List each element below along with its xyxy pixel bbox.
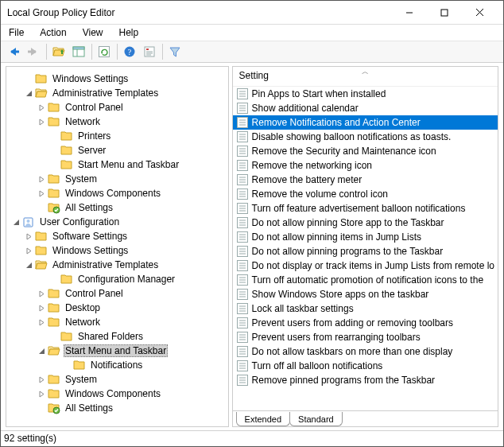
tree-label: Windows Components [64,188,162,199]
tree-node[interactable]: System [10,172,225,186]
setting-row[interactable]: Do not allow taskbars on more than one d… [233,344,498,359]
setting-row[interactable]: Do not allow pinning items in Jump Lists [233,230,498,244]
expand-icon[interactable] [35,316,48,328]
tree-node[interactable]: Administrative Templates [10,86,225,100]
policy-icon [236,360,249,372]
tree-node[interactable]: Windows Components [10,387,225,401]
expand-icon[interactable] [22,230,35,243]
setting-row[interactable]: Prevent users from adding or removing to… [233,316,498,330]
props-icon[interactable] [140,43,159,60]
tree-node[interactable]: Software Settings [10,229,225,243]
titlebar: Local Group Policy Editor [1,1,503,25]
menu-action[interactable]: Action [37,25,69,40]
help-icon[interactable]: ? [120,43,139,60]
setting-label: Remove the Security and Maintenance icon [252,146,436,157]
expand-icon[interactable] [35,301,48,314]
policy-icon [236,302,249,315]
expand-icon[interactable] [35,387,48,400]
tree-label: Printers [76,130,112,142]
maximize-button[interactable] [427,2,462,24]
tree-spacer [60,359,73,371]
expand-icon[interactable] [35,101,48,114]
tree-node[interactable]: Network [10,115,225,129]
tab-extended[interactable]: Extended [236,412,290,426]
forward-icon[interactable] [24,43,43,60]
expand-icon[interactable] [35,173,48,185]
tree-label: System [64,173,99,185]
setting-row[interactable]: Turn off feature advertisement balloon n… [233,201,498,216]
close-button[interactable] [462,2,497,24]
tree-node[interactable]: Configuration Manager [10,272,225,286]
expand-icon[interactable] [35,115,48,128]
menu-file[interactable]: File [6,25,27,40]
setting-row[interactable]: Turn off all balloon notifications [233,359,498,373]
setting-row[interactable]: Prevent users from rearranging toolbars [233,330,498,344]
tree-pane[interactable]: Windows SettingsAdministrative Templates… [6,66,229,427]
collapse-icon[interactable] [35,344,48,357]
folder-icon [48,101,60,114]
setting-row[interactable]: Remove the networking icon [233,158,498,173]
tree-node[interactable]: Shared Folders [10,329,225,344]
tab-standard[interactable]: Standard [289,412,343,426]
userconf-icon [22,216,35,228]
setting-label: Do not display or track items in Jump Li… [252,260,494,271]
expand-icon[interactable] [35,373,48,386]
setting-row[interactable]: Remove the volume control icon [233,187,498,201]
collapse-icon[interactable] [10,216,22,228]
setting-row[interactable]: Remove pinned programs from the Taskbar [233,373,498,387]
setting-row[interactable]: Lock all taskbar settings [233,301,498,316]
tree-pane-icon[interactable] [69,43,88,60]
setting-row[interactable]: Pin Apps to Start when installed [233,87,498,101]
setting-row[interactable]: Do not display or track items in Jump Li… [233,258,498,273]
tree-node[interactable]: System [10,372,225,387]
tree-node[interactable]: All Settings [10,200,225,215]
expand-icon[interactable] [35,187,48,200]
collapse-icon[interactable] [22,258,35,271]
folder-icon [60,158,73,171]
filter-icon[interactable] [165,43,184,60]
setting-row[interactable]: Do not allow pinning programs to the Tas… [233,244,498,258]
settings-list[interactable]: Pin Apps to Start when installedShow add… [233,87,498,410]
tree-node[interactable]: User Configuration [10,215,225,229]
tree-label: Windows Settings [51,73,130,84]
setting-row[interactable]: Disable showing balloon notifications as… [233,130,498,144]
expand-icon[interactable] [35,287,48,300]
tree-node[interactable]: Server [10,143,225,157]
policy-icon [236,288,249,301]
tree-node[interactable]: Network [10,315,225,329]
tree-node[interactable]: Start Menu and Taskbar [10,157,225,172]
setting-row[interactable]: Show additional calendar [233,101,498,115]
setting-row[interactable]: Remove the battery meter [233,173,498,187]
menu-help[interactable]: Help [116,25,142,40]
policy-icon [236,317,249,329]
tree-node[interactable]: Desktop [10,301,225,315]
setting-row[interactable]: Remove Notifications and Action Center [233,115,498,130]
collapse-icon[interactable] [22,87,35,99]
tree-node[interactable]: Printers [10,129,225,143]
setting-row[interactable]: Turn off automatic promotion of notifica… [233,273,498,287]
tree-node[interactable]: Windows Settings [10,72,225,86]
menu-view[interactable]: View [79,25,107,40]
setting-row[interactable]: Remove the Security and Maintenance icon [233,144,498,158]
tree-node[interactable]: Windows Settings [10,243,225,258]
tree-node[interactable]: Notifications [10,358,225,372]
up-folder-icon[interactable] [49,43,68,60]
refresh-icon[interactable] [95,43,114,60]
minimize-button[interactable] [392,2,427,24]
tree-node[interactable]: Administrative Templates [10,258,225,272]
tree-spacer [35,201,48,214]
folder-icon [35,230,48,243]
tree-node[interactable]: All Settings [10,401,225,415]
setting-row[interactable]: Show Windows Store apps on the taskbar [233,287,498,301]
tree-node[interactable]: Control Panel [10,286,225,301]
setting-row[interactable]: Do not allow pinning Store app to the Ta… [233,216,498,230]
tree-node[interactable]: Windows Components [10,186,225,200]
policy-icon [236,274,249,286]
tree-label: Desktop [64,302,102,313]
tree-node[interactable]: Control Panel [10,100,225,115]
expand-icon[interactable] [22,244,35,257]
tree-node[interactable]: Start Menu and Taskbar [10,344,225,358]
back-icon[interactable] [4,43,23,60]
setting-label: Remove Notifications and Action Center [252,117,421,128]
policy-icon [236,87,249,100]
